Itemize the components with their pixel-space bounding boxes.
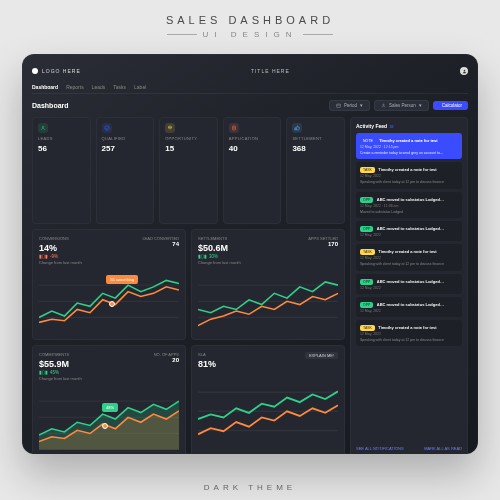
feed-tag: TASK (360, 249, 375, 255)
trend-indicator: ▮▯▮30% (198, 254, 338, 259)
feed-item[interactable]: OPP ABC moved to substatus Lodged… 12 Ma… (356, 192, 462, 218)
commitments-card: COMMITMENTS NO. OF APPS20 $55.9M ▮▯▮45% … (32, 345, 186, 454)
tab-tasks[interactable]: Tasks (113, 84, 126, 90)
chevron-down-icon: ▾ (360, 103, 363, 108)
card-subtext: Change from last month (39, 376, 179, 381)
feed-item-body: Speaking with client today at 12 pm to d… (360, 338, 458, 342)
period-filter[interactable]: Period▾ (329, 100, 370, 111)
kpi-value: 15 (165, 144, 212, 153)
feed-item-date: 12 May, 2022 (360, 332, 458, 336)
trend-indicator: ▮▯▮45% (39, 370, 179, 375)
chart-badge: 55 something (106, 275, 138, 284)
chart-pin-icon (102, 423, 108, 429)
feed-item-title: ABC moved to substatus Lodged… (377, 226, 444, 231)
calc-label: Calculator (442, 103, 462, 108)
feed-item-date: 12 May, 2022 (360, 233, 458, 237)
feed-item-date: 12 May, 2022 · 12:15 pm (360, 145, 458, 149)
mark-read-link[interactable]: MARK ALL AS READ (424, 446, 462, 451)
chevron-down-icon: ▾ (419, 103, 422, 108)
feed-item-date: 12 May, 2022 (360, 309, 458, 313)
feed-list[interactable]: NOTE Timothy created a note for test 12 … (356, 133, 462, 442)
chart-settlements (198, 269, 338, 334)
chart-sla (198, 373, 338, 450)
kpi-label: QUALIFIED (102, 136, 149, 141)
feed-item-date: 12 May, 2022 (360, 256, 458, 260)
feed-item[interactable]: OPP ABC moved to substatus Lodged… 12 Ma… (356, 221, 462, 241)
feed-item[interactable]: NOTE Timothy created a note for test 12 … (356, 133, 462, 159)
kpi-opportunity[interactable]: OPPORTUNITY 15 (159, 117, 218, 224)
kpi-value: 40 (229, 144, 276, 153)
kpi-label: OPPORTUNITY (165, 136, 212, 141)
logo-text: LOGO HERE (42, 68, 81, 74)
feed-item-title: Timothy created a note for test (378, 167, 436, 172)
period-label: Period (344, 103, 357, 108)
feed-tag: TASK (360, 325, 375, 331)
kpi-value: 257 (102, 144, 149, 153)
chart-pin-icon (109, 301, 115, 307)
kpi-row: LEADS 56 QUALIFIED 257 OPPORTUNITY 15 AP… (32, 117, 345, 224)
conversions-card: CONVERSIONS LEAD CONVERTED74 14% ▮▯▮-9% … (32, 229, 186, 341)
feed-item-date: 12 May, 2022 (360, 286, 458, 290)
feed-item-body: Speaking with client today at 12 pm to d… (360, 262, 458, 266)
kpi-settlement[interactable]: SETTLEMENT 368 (286, 117, 345, 224)
feed-item-date: 12 May, 2022 · 11:06 am (360, 204, 458, 208)
check-icon (102, 123, 112, 133)
svg-point-7 (104, 126, 109, 131)
doc-icon (229, 123, 239, 133)
header-row: Dashboard Period▾ Sales Person▾ Calculat… (32, 100, 468, 111)
tab-reports[interactable]: Reports (66, 84, 84, 90)
card-value: 81% (198, 359, 338, 369)
card-right: APPS SETTLED170 (308, 236, 338, 247)
trend-indicator: ▮▯▮-9% (39, 254, 179, 259)
feed-item[interactable]: TASK Timothy created a note for test 12 … (356, 162, 462, 188)
card-subtext: Change from last month (198, 260, 338, 265)
settlements-card: SETTLEMENTS APPS SETTLED170 $50.6M ▮▯▮30… (191, 229, 345, 341)
user-icon (38, 123, 48, 133)
feed-item-title: Timothy created a note for test (379, 138, 437, 143)
feed-tag: OPP (360, 226, 373, 232)
feed-item[interactable]: OPP ABC moved to substatus Lodged… 12 Ma… (356, 274, 462, 294)
chart-commitments: 48% (39, 385, 179, 450)
svg-point-6 (42, 126, 44, 128)
kpi-leads[interactable]: LEADS 56 (32, 117, 91, 224)
feed-item[interactable]: OPP ABC moved to substatus Lodged… 12 Ma… (356, 297, 462, 317)
activity-feed: Activity Feed18 NOTE Timothy created a n… (350, 117, 468, 454)
see-all-link[interactable]: SEE ALL NOTIFICATIONS (356, 446, 404, 451)
feed-tag: OPP (360, 302, 373, 308)
page-title: Dashboard (32, 102, 325, 109)
tab-label[interactable]: Label (134, 84, 146, 90)
explain-button[interactable]: EXPLAIN ME! (305, 352, 338, 359)
feed-item-title: ABC moved to substatus Lodged… (377, 302, 444, 307)
card-right: NO. OF APPS20 (154, 352, 179, 363)
feed-item[interactable]: TASK Timothy created a note for test 12 … (356, 320, 462, 346)
sales-person-filter[interactable]: Sales Person▾ (374, 100, 429, 111)
mockup-title: SALES DASHBOARD (0, 0, 500, 26)
feed-item[interactable]: TASK Timothy created a note for test 12 … (356, 244, 462, 270)
window-title: TITLE HERE (81, 68, 460, 74)
feed-tag: OPP (360, 197, 373, 203)
feed-item-body: Moved to substatus Lodged (360, 210, 458, 214)
feed-count: 18 (389, 124, 393, 129)
calculator-button[interactable]: Calculator (433, 101, 468, 110)
nav-tabs: Dashboard Reports Leads Tasks Label (32, 84, 468, 94)
feed-item-title: ABC moved to substatus Lodged… (377, 197, 444, 202)
avatar-icon[interactable] (460, 67, 468, 75)
kpi-qualified[interactable]: QUALIFIED 257 (96, 117, 155, 224)
salesperson-label: Sales Person (389, 103, 416, 108)
thumb-icon (292, 123, 302, 133)
feed-title: Activity Feed18 (356, 123, 462, 129)
coins-icon (165, 123, 175, 133)
chart-icon: ▮▯▮ (39, 370, 48, 375)
kpi-application[interactable]: APPLICATION 40 (223, 117, 282, 224)
feed-item-body: Create a reminder today to send grey on … (360, 151, 458, 155)
topbar: LOGO HERE TITLE HERE (32, 64, 468, 78)
tab-leads[interactable]: Leads (92, 84, 106, 90)
tab-dashboard[interactable]: Dashboard (32, 84, 58, 90)
svg-rect-1 (337, 104, 341, 107)
kpi-value: 368 (292, 144, 339, 153)
mockup-footer: DARK THEME (0, 483, 500, 492)
feed-item-title: Timothy created a note for test (378, 325, 436, 330)
kpi-label: SETTLEMENT (292, 136, 339, 141)
svg-point-3 (383, 104, 384, 105)
feed-item-date: 12 May, 2022 (360, 174, 458, 178)
